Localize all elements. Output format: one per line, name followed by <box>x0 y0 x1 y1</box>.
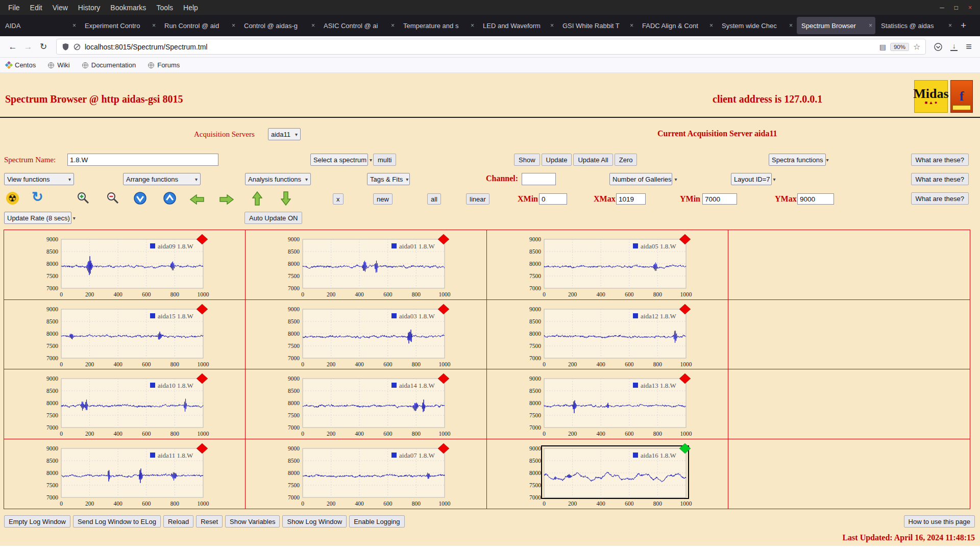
auto-update-button[interactable]: Auto Update ON <box>244 212 302 224</box>
gallery-cell[interactable]: 9000850080007500700002004006008001000aid… <box>246 439 487 509</box>
view-functions-dropdown[interactable]: View functions▾ <box>4 173 74 185</box>
select-spectrum-dropdown[interactable]: Select a spectrum▾ <box>310 154 368 166</box>
gallery-cell[interactable]: 9000850080007500700002004006008001000aid… <box>487 230 728 300</box>
new-button[interactable]: new <box>373 193 393 205</box>
scale-down-icon[interactable] <box>134 192 146 207</box>
browser-tab[interactable]: System wide Chec× <box>717 17 796 34</box>
browser-tab[interactable]: LED and Waveform× <box>478 17 557 34</box>
arrow-right-icon[interactable] <box>219 194 234 207</box>
url-bar[interactable]: localhost:8015/Spectrum/Spectrum.tml ▤ 9… <box>56 39 926 55</box>
zoom-out-icon[interactable] <box>106 191 120 207</box>
menu-history[interactable]: History <box>73 0 106 15</box>
browser-tab[interactable]: FADC Align & Cont× <box>638 17 716 34</box>
arrange-functions-dropdown[interactable]: Arrange functions▾ <box>123 173 201 185</box>
tab-close-icon[interactable]: × <box>630 22 633 29</box>
bookmark-documentation[interactable]: Documentation <box>82 61 136 69</box>
all-button[interactable]: all <box>427 193 441 205</box>
site-permissions-icon[interactable] <box>74 43 81 51</box>
tab-close-icon[interactable]: × <box>152 22 156 29</box>
bookmark-wiki[interactable]: Wiki <box>48 61 70 69</box>
browser-tab[interactable]: Spectrum Browser× <box>797 17 875 34</box>
zoom-level-badge[interactable]: 90% <box>890 43 909 51</box>
tab-close-icon[interactable]: × <box>789 22 793 29</box>
browser-tab[interactable]: GSI White Rabbit T× <box>558 17 636 34</box>
menu-edit[interactable]: Edit <box>25 0 47 15</box>
tab-close-icon[interactable]: × <box>550 22 554 29</box>
gallery-cell[interactable]: 9000850080007500700002004006008001000aid… <box>487 439 728 509</box>
reload-button[interactable]: ↻ <box>36 39 51 55</box>
menu-help[interactable]: Help <box>178 0 203 15</box>
tab-close-icon[interactable]: × <box>948 22 952 29</box>
browser-tab[interactable]: Temperature and s× <box>399 17 477 34</box>
back-button[interactable]: ← <box>5 39 20 55</box>
tab-close-icon[interactable]: × <box>391 22 395 29</box>
spectrum-name-input[interactable] <box>67 154 218 166</box>
gallery-cell[interactable]: 9000850080007500700002004006008001000aid… <box>4 230 246 300</box>
refresh-icon[interactable]: ↻ <box>32 191 43 203</box>
spectra-functions-dropdown[interactable]: Spectra functions▾ <box>769 154 826 166</box>
bookmark-star-icon[interactable]: ☆ <box>913 42 920 52</box>
linear-button[interactable]: linear <box>466 193 489 205</box>
arrow-up-icon[interactable] <box>252 191 262 208</box>
what-are-these-button-3[interactable]: What are these? <box>911 192 969 205</box>
browser-tab[interactable]: Statistics @ aidas× <box>876 17 955 34</box>
update-button[interactable]: Update <box>542 154 572 166</box>
tab-close-icon[interactable]: × <box>471 22 474 29</box>
tab-close-icon[interactable]: × <box>311 22 315 29</box>
shield-icon[interactable] <box>62 43 69 51</box>
xmin-input[interactable] <box>539 193 567 205</box>
gallery-cell[interactable]: 9000850080007500700002004006008001000aid… <box>246 300 487 370</box>
xmax-input[interactable] <box>616 193 646 205</box>
gallery-cell[interactable]: 9000850080007500700002004006008001000aid… <box>246 230 487 300</box>
channel-input[interactable] <box>522 173 556 185</box>
analysis-functions-dropdown[interactable]: Analysis functions▾ <box>245 173 311 185</box>
gallery-cell[interactable]: 9000850080007500700002004006008001000aid… <box>4 439 246 509</box>
how-to-use-button[interactable]: How to use this page <box>904 515 975 528</box>
arrow-down-icon[interactable] <box>281 191 291 208</box>
multi-button[interactable]: multi <box>373 154 396 166</box>
gallery-cell[interactable]: 9000850080007500700002004006008001000aid… <box>487 300 728 370</box>
menu-file[interactable]: File <box>3 0 25 15</box>
number-of-galleries-dropdown[interactable]: Number of Galleries▾ <box>609 173 672 185</box>
tab-close-icon[interactable]: × <box>869 22 872 29</box>
browser-tab[interactable]: AIDA× <box>1 17 79 34</box>
menu-bookmarks[interactable]: Bookmarks <box>105 0 151 15</box>
what-are-these-button-1[interactable]: What are these? <box>911 154 969 166</box>
new-tab-button[interactable]: + <box>955 20 971 31</box>
reload-button[interactable]: Reload <box>163 515 193 528</box>
browser-tab[interactable]: Control @ aidas-g× <box>239 17 318 34</box>
tags-fits-dropdown[interactable]: Tags & Fits▾ <box>367 173 410 185</box>
gallery-cell[interactable]: 9000850080007500700002004006008001000aid… <box>487 369 728 439</box>
app-menu-icon[interactable]: ≡ <box>966 41 972 53</box>
show-button[interactable]: Show <box>514 154 540 166</box>
what-are-these-button-2[interactable]: What are these? <box>911 173 969 185</box>
pocket-icon[interactable] <box>934 43 942 51</box>
ymax-input[interactable] <box>797 193 834 205</box>
tab-close-icon[interactable]: × <box>709 22 713 29</box>
close-icon[interactable]: × <box>968 4 972 11</box>
arrow-left-icon[interactable] <box>190 194 204 207</box>
update-all-button[interactable]: Update All <box>573 154 612 166</box>
update-rate-dropdown[interactable]: Update Rate (8 secs)▾ <box>4 212 71 224</box>
forward-button[interactable]: → <box>20 39 36 55</box>
send-log-window-to-elog-button[interactable]: Send Log Window to ELog <box>73 515 161 528</box>
reader-mode-icon[interactable]: ▤ <box>879 43 886 51</box>
show-variables-button[interactable]: Show Variables <box>225 515 280 528</box>
radiation-icon[interactable]: ☢ <box>6 192 19 205</box>
reset-button[interactable]: Reset <box>196 515 223 528</box>
maximize-icon[interactable]: □ <box>954 4 958 11</box>
menu-tools[interactable]: Tools <box>151 0 178 15</box>
gallery-cell[interactable]: 9000850080007500700002004006008001000aid… <box>246 369 487 439</box>
enable-logging-button[interactable]: Enable Logging <box>349 515 404 528</box>
gallery-cell[interactable]: 9000850080007500700002004006008001000aid… <box>4 300 246 370</box>
browser-tab[interactable]: Run Control @ aid× <box>160 17 238 34</box>
zero-button[interactable]: Zero <box>615 154 638 166</box>
downloads-icon[interactable]: ↓ <box>950 43 958 51</box>
empty-log-window-button[interactable]: Empty Log Window <box>4 515 70 528</box>
bookmark-forums[interactable]: Forums <box>148 61 180 69</box>
scale-up-icon[interactable] <box>163 192 176 207</box>
browser-tab[interactable]: ASIC Control @ ai× <box>319 17 398 34</box>
layout-id-dropdown[interactable]: Layout ID=7▾ <box>731 173 772 185</box>
tab-close-icon[interactable]: × <box>72 22 76 29</box>
zoom-in-icon[interactable] <box>77 191 90 207</box>
